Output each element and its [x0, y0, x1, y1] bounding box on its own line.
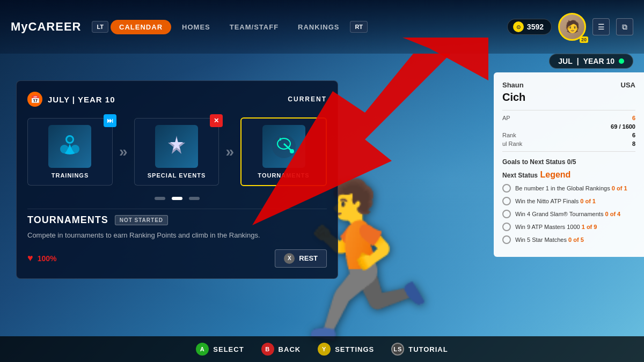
ul-rank-label: ul Rank [502, 141, 567, 147]
xp-value: 69 / 1600 [571, 123, 635, 130]
rest-button[interactable]: X REST [275, 249, 327, 268]
rank-value: 6 [571, 132, 635, 138]
rest-btn-icon: X [284, 253, 295, 264]
goal-circle-3 [502, 210, 511, 218]
menu-icon-btn[interactable]: ☰ [592, 18, 610, 35]
nav-tabs: LT CALENDAR HOMES TEAM/STAFF RANKINGS RT [92, 20, 507, 34]
tournaments-label: TOURNAMENTS [258, 172, 309, 179]
energy-row: ♥ 100% [27, 253, 57, 264]
level-badge: 20 [580, 36, 588, 43]
desc-section: TOURNAMENTS NOT STARTED Compete in tourn… [27, 209, 327, 268]
rank-label: Rank [502, 132, 567, 138]
tab-homes[interactable]: HOMES [173, 20, 219, 34]
date-separator: | [577, 57, 579, 65]
tab-team-staff[interactable]: TEAM/STAFF [221, 20, 287, 34]
tab-calendar[interactable]: CALENDAR [111, 20, 171, 34]
date-month: JUL [558, 57, 572, 65]
activity-special-events[interactable]: ✕ SPECIAL EVENTS [134, 118, 219, 186]
btn-y[interactable]: Y [318, 343, 331, 356]
header: MyCAREER LT CALENDAR HOMES TEAM/STAFF RA… [0, 0, 644, 54]
goal-item-2: Win the Nitto ATP Finals 0 of 1 [502, 197, 635, 205]
player-first-name: Shaun [502, 81, 524, 89]
player-country: USA [621, 81, 635, 89]
action-select: A SELECT [196, 343, 244, 356]
currency-value: 3592 [527, 23, 544, 31]
progress-row [27, 197, 327, 200]
trainings-badge: ⏭ [104, 114, 116, 127]
xp-label [502, 123, 567, 130]
goal-item-5: Win 5 Star Matches 0 of 5 [502, 235, 635, 244]
action-settings-label: SETTINGS [335, 345, 374, 353]
date-year: YEAR 10 [583, 57, 614, 65]
ul-rank-value: 8 [571, 141, 635, 147]
nav-right-trigger[interactable]: RT [350, 21, 368, 33]
special-events-icon [155, 125, 198, 168]
card-title: 📅 JULY | YEAR 10 [27, 92, 115, 107]
activity-tournaments[interactable]: TOURNAMENTS [240, 117, 327, 186]
btn-b[interactable]: B [261, 343, 274, 356]
activities-row: ⏭ TRAININGS » ✕ SPEC [27, 117, 327, 186]
stats-grid: AP 6 69 / 1600 Rank 6 ul Rank 8 [502, 110, 635, 152]
date-pill: JUL | YEAR 10 [549, 54, 633, 69]
header-right: ⊙ 3592 🧑 20 ☰ ⧉ [507, 13, 633, 41]
ap-value: 6 [571, 115, 635, 121]
goal-circle-5 [502, 235, 511, 244]
action-back-label: BACK [279, 345, 301, 353]
svg-point-1 [67, 137, 72, 142]
goals-to-next-label: Goals to Next Status 0/5 [502, 158, 576, 166]
currency-badge: ⊙ 3592 [507, 19, 552, 35]
prog-dot-1 [155, 197, 165, 200]
btn-a[interactable]: A [196, 343, 209, 356]
ap-label: AP [502, 115, 567, 121]
prog-dot-2 [172, 197, 182, 200]
calendar-icon: 📅 [27, 92, 42, 107]
nav-left-trigger[interactable]: LT [92, 21, 108, 33]
desc-footer: ♥ 100% X REST [27, 249, 327, 268]
avatar-wrap: 🧑 20 [558, 13, 586, 41]
arrow-2: » [225, 143, 234, 160]
desc-text: Compete in tournaments to earn Ranking P… [27, 230, 327, 241]
current-label: CURRENT [288, 95, 327, 103]
next-status-row: Next Status Legend [502, 170, 635, 180]
action-back: B BACK [261, 343, 301, 356]
currency-icon: ⊙ [513, 21, 524, 32]
action-tutorial-label: TUTORIAL [408, 345, 448, 353]
rest-label: REST [299, 254, 318, 262]
goals-section: Goals to Next Status 0/5 Next Status Leg… [502, 158, 635, 244]
goal-text-1: Be number 1 in the Global Rankings 0 of … [515, 184, 627, 192]
prog-dot-3 [189, 197, 200, 200]
action-settings: Y SETTINGS [318, 343, 374, 356]
main-card: 📅 JULY | YEAR 10 CURRENT ⏭ TRAININGS » [16, 80, 338, 279]
arrow-1: » [119, 143, 128, 160]
tournaments-icon [262, 125, 305, 168]
goal-circle-1 [502, 184, 511, 193]
desc-main-title: TOURNAMENTS [27, 215, 108, 226]
goal-item-4: Win 9 ATP Masters 1000 1 of 9 [502, 223, 635, 231]
trainings-label: TRAININGS [52, 172, 89, 179]
next-status-label: Next Status [502, 172, 538, 179]
goal-text-2: Win the Nitto ATP Finals 0 of 1 [515, 197, 596, 205]
bottom-bar: A SELECT B BACK Y SETTINGS LS TUTORIAL [0, 336, 644, 362]
goal-circle-4 [502, 223, 511, 231]
goal-item-3: Win 4 Grand Slam® Tournaments 0 of 4 [502, 210, 635, 218]
tab-rankings[interactable]: RANKINGS [289, 20, 348, 34]
goals-header: Goals to Next Status 0/5 [502, 158, 635, 166]
action-select-label: SELECT [213, 345, 244, 353]
goal-item-1: Be number 1 in the Global Rankings 0 of … [502, 184, 635, 193]
activity-trainings[interactable]: ⏭ TRAININGS [27, 118, 113, 186]
date-bar: JUL | YEAR 10 [549, 54, 633, 69]
card-header: 📅 JULY | YEAR 10 CURRENT [27, 92, 327, 107]
heart-icon: ♥ [27, 253, 33, 264]
player-info-row: Shaun USA [502, 81, 635, 89]
right-panel: Shaun USA Cich AP 6 69 / 1600 Rank 6 ul … [494, 72, 644, 257]
trainings-icon [48, 125, 91, 168]
desc-title-row: TOURNAMENTS NOT STARTED [27, 215, 327, 226]
next-status-value: Legend [540, 170, 570, 179]
btn-ls[interactable]: LS [391, 343, 404, 356]
date-active-dot [619, 58, 624, 64]
goal-text-4: Win 9 ATP Masters 1000 1 of 9 [515, 223, 597, 231]
screenshot-icon-btn[interactable]: ⧉ [616, 18, 633, 35]
card-period: JULY | YEAR 10 [48, 95, 115, 104]
status-badge: NOT STARTED [115, 215, 168, 225]
special-events-label: SPECIAL EVENTS [148, 172, 206, 179]
